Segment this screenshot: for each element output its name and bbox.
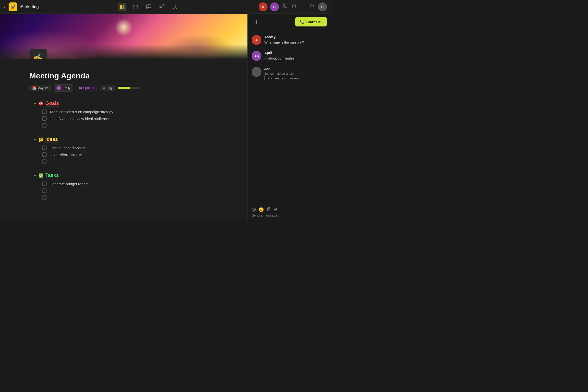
tasks-item-1-text: Generate budget report [50,182,88,186]
panel-collapse-button[interactable]: →| [252,19,257,24]
mention-button[interactable]: @ [252,207,256,212]
tasks-checkbox-2[interactable] [42,188,46,193]
label-icon: 🏷 [102,86,106,90]
svg-rect-1 [122,5,124,6]
goals-item-2-text: Identify and interview ideal audience [50,116,109,121]
tasks-title: Tasks [45,172,59,178]
send-button[interactable] [273,207,278,212]
timer-button[interactable] [290,3,298,11]
meta-assignee[interactable]: E Emily [54,84,73,92]
joe-task-label: Joe completed a task [264,72,299,76]
goals-checkbox-2[interactable] [42,116,46,121]
document-content: ✍️ Meeting Agenda 📅 May 12 E Emily 🏷 Spr… [0,14,248,220]
ideas-item-3 [42,159,218,164]
ideas-checkbox-3[interactable] [42,159,46,164]
svg-line-28 [294,6,295,6]
section-tasks: ⠿ ▼ ✅ Tasks Generate budget report [30,172,218,200]
attachment-button[interactable] [266,207,271,212]
svg-point-11 [163,4,164,6]
calendar-icon: 📅 [32,86,36,90]
doc-icon: ✍️ [30,49,47,59]
tasks-item-1: Generate budget report [42,182,218,186]
tasks-drag-handle[interactable]: ⠿ [30,174,31,178]
nav-right: A B ⋯ U [259,2,327,11]
tool-share[interactable] [158,3,166,11]
notifications-button[interactable] [309,3,316,11]
meta-date[interactable]: 📅 May 12 [30,85,51,91]
section-goals: ⠿ ▼ 🎯 Goals Team consensus on campaign s… [30,100,218,128]
ideas-collapse-btn[interactable]: ▼ [34,138,36,141]
meta-assignee-name: Emily [63,86,70,90]
section-tasks-header: ⠿ ▼ ✅ Tasks [30,172,218,178]
message-ashley: A Ashley What time is the meeting? [252,35,327,45]
ashley-message-body: Ashley What time is the meeting? [264,35,304,45]
panel-top: →| 📞 Start Call [248,14,331,30]
nav-title: Marketing [20,5,39,9]
doc-title: Meeting Agenda [30,71,218,80]
tool-calendar[interactable] [131,3,140,11]
ashley-text: What time is the meeting? [264,40,304,45]
joe-name: Joe [264,67,299,71]
svg-point-13 [163,8,164,9]
ideas-items: Offer student discount Offer referral cr… [42,146,218,164]
ideas-item-2-text: Offer referral credits [50,153,82,157]
svg-rect-16 [175,5,176,6]
phone-icon: 📞 [300,20,304,24]
goals-items: Team consensus on campaign strategy Iden… [42,110,218,128]
current-user-avatar[interactable]: U [318,2,327,11]
hero-banner: ✍️ [0,14,248,59]
goals-checkbox-1[interactable] [42,110,46,114]
ashley-avatar: A [252,35,262,45]
svg-point-22 [283,4,285,6]
goals-drag-handle[interactable]: ⠿ [30,102,31,105]
goals-item-2: Identify and interview ideal audience [42,116,218,121]
topnav: ‹ 🚀 Marketing A B ⋯ [0,0,331,14]
main-area: ✍️ Meeting Agenda 📅 May 12 E Emily 🏷 Spr… [0,14,331,220]
ashley-name: Ashley [264,35,304,39]
meta-sprint[interactable]: 🏷 Sprint 1 [76,85,97,91]
joe-avatar: J [252,67,262,77]
progress-bar-fill [118,87,130,89]
goals-collapse-btn[interactable]: ▼ [34,102,36,105]
goals-item-1-text: Team consensus on campaign strategy [50,110,113,114]
messages-list: A Ashley What time is the meeting? Ap Ap… [248,30,331,204]
goals-checkbox-3[interactable] [42,123,46,128]
ideas-drag-handle[interactable]: ⠿ [30,138,31,141]
ideas-checkbox-1[interactable] [42,146,46,150]
tasks-collapse-btn[interactable]: ▼ [34,174,36,178]
tool-split[interactable] [118,3,126,11]
message-input-row: @ 🙂 [252,207,327,212]
goals-item-3 [42,123,218,128]
ideas-item-1: Offer student discount [42,146,218,150]
goals-item-1: Team consensus on campaign strategy [42,110,218,114]
april-name: April [264,51,296,55]
start-call-button[interactable]: 📞 Start Call [295,17,327,26]
april-avatar: Ap [252,51,262,61]
meta-tag[interactable]: 🏷 Tag [100,85,115,91]
right-panel: →| 📞 Start Call A Ashley What time is th… [248,14,331,220]
more-button[interactable]: ⋯ [300,3,306,10]
add-member-button[interactable] [281,3,288,11]
tasks-checkbox-1[interactable] [42,182,46,186]
ideas-item-2: Offer referral credits [42,152,218,157]
april-text: In about 30 minutes! [264,56,296,61]
section-goals-header: ⠿ ▼ 🎯 Goals [30,100,218,106]
tasks-checkbox-3[interactable] [42,195,46,200]
svg-rect-7 [146,5,151,9]
section-ideas: ⠿ ▼ 🤔 Ideas Offer student discount Offer… [30,136,218,164]
tasks-items: Generate budget report [42,182,218,200]
message-input[interactable] [252,214,294,217]
goals-emoji: 🎯 [38,101,43,106]
collapse-icon: →| [252,19,257,24]
doc-body: Meeting Agenda 📅 May 12 E Emily 🏷 Sprint… [0,59,248,218]
message-april: Ap April In about 30 minutes! [252,51,327,61]
panel-bottom: @ 🙂 [248,204,331,220]
svg-point-12 [160,6,161,7]
back-button[interactable]: ‹ [4,4,6,10]
ideas-checkbox-2[interactable] [42,152,46,157]
tool-table[interactable] [144,3,153,11]
message-joe: J Joe Joe completed a task Prepare desig… [252,67,327,80]
tag-icon: 🏷 [79,86,82,90]
tool-org[interactable] [171,3,179,11]
emoji-button[interactable]: 🙂 [258,207,264,212]
